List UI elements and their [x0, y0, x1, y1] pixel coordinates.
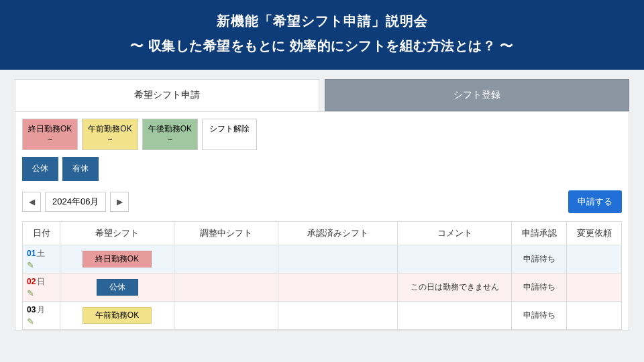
approval-cell: 申請待ち	[512, 273, 567, 301]
desired-cell: 午前勤務OK	[60, 301, 174, 329]
th-comment: コメント	[398, 221, 512, 245]
apply-button[interactable]: 申請する	[568, 190, 622, 213]
tab-desired-shift[interactable]: 希望シフト申請	[15, 79, 319, 111]
date-number: 01	[27, 249, 36, 258]
date-dow: 土	[37, 249, 45, 258]
date-dow: 月	[37, 305, 45, 314]
comment-cell: この日は勤務できません	[398, 273, 512, 301]
edit-icon[interactable]: ✎	[27, 260, 34, 270]
adjusting-cell	[174, 245, 278, 273]
shift-badge: 公休	[97, 279, 138, 296]
comment-cell	[398, 245, 512, 273]
approved-cell	[278, 273, 398, 301]
date-cell[interactable]: 03月✎	[23, 301, 60, 329]
th-approved: 承認済みシフト	[278, 221, 398, 245]
date-number: 02	[27, 277, 36, 286]
change-cell	[567, 301, 622, 329]
change-cell	[567, 245, 622, 273]
comment-cell	[398, 301, 512, 329]
approved-cell	[278, 245, 398, 273]
chip-clear[interactable]: シフト解除	[202, 119, 257, 150]
date-cell[interactable]: 01土✎	[23, 245, 60, 273]
adjusting-cell	[174, 301, 278, 329]
chip-allday-ok[interactable]: 終日勤務OK ~	[22, 119, 78, 150]
date-dow: 日	[37, 277, 45, 286]
approval-cell: 申請待ち	[512, 301, 567, 329]
table-row: 01土✎終日勤務OK申請待ち	[23, 245, 622, 273]
tab-shift-register[interactable]: シフト登録	[325, 79, 629, 111]
th-adjusting: 調整中シフト	[174, 221, 278, 245]
change-cell	[567, 273, 622, 301]
th-approval: 申請承認	[512, 221, 567, 245]
chip-public-holiday[interactable]: 公休	[22, 157, 58, 181]
approval-cell: 申請待ち	[512, 245, 567, 273]
chip-pm-ok[interactable]: 午後勤務OK ~	[142, 119, 198, 150]
th-date: 日付	[23, 221, 60, 245]
date-number: 03	[27, 305, 36, 314]
shift-badge: 終日勤務OK	[83, 251, 152, 267]
chip-paid-leave[interactable]: 有休	[62, 157, 99, 181]
month-select[interactable]: 2024年06月	[45, 192, 106, 212]
month-prev-button[interactable]: ◀	[22, 192, 41, 212]
shift-badge: 午前勤務OK	[83, 307, 152, 324]
desired-cell: 終日勤務OK	[60, 245, 174, 273]
banner-title-2: 〜 収集した希望をもとに 効率的にシフトを組む方法とは？ 〜	[0, 37, 644, 55]
th-change: 変更依頼	[567, 221, 622, 245]
edit-icon[interactable]: ✎	[27, 288, 34, 298]
chip-am-ok[interactable]: 午前勤務OK ~	[82, 119, 138, 150]
approved-cell	[278, 301, 398, 329]
shift-table: 日付 希望シフト 調整中シフト 承認済みシフト コメント 申請承認 変更依頼 0…	[22, 221, 622, 330]
banner-title-1: 新機能「希望シフト申請」説明会	[0, 12, 644, 30]
table-row: 03月✎午前勤務OK申請待ち	[23, 301, 622, 329]
th-desired: 希望シフト	[60, 221, 174, 245]
table-row: 02日✎公休この日は勤務できません申請待ち	[23, 273, 622, 301]
date-cell[interactable]: 02日✎	[23, 273, 60, 301]
adjusting-cell	[174, 273, 278, 301]
edit-icon[interactable]: ✎	[27, 316, 34, 326]
month-next-button[interactable]: ▶	[110, 192, 129, 212]
desired-cell: 公休	[60, 273, 174, 301]
